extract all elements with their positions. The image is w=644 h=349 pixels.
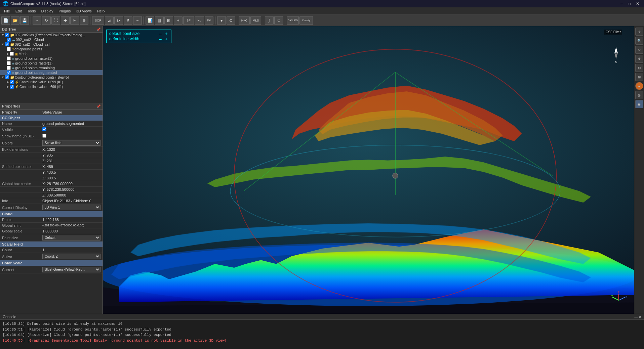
menu-3dviews[interactable]: 3D Views (74, 8, 94, 14)
tree-item-raster2[interactable]: ◈ ground points.raster(1) (0, 61, 103, 66)
tree-check-offground[interactable] (7, 47, 11, 51)
toolbar-sphere[interactable]: ● (217, 16, 226, 25)
tree-check-segmented[interactable] (7, 71, 11, 75)
toolbar-wave[interactable]: ~ (133, 16, 142, 25)
window-controls[interactable]: – □ ✕ (618, 1, 641, 6)
toolbar-compass[interactable]: ⊙ (227, 16, 235, 25)
right-btn-ortho[interactable]: ⊞ (635, 73, 643, 81)
properties-pin[interactable]: 📌 (96, 104, 100, 108)
toolbar-sigma[interactable]: ∫ (265, 16, 274, 25)
tree-item-contour1[interactable]: ▶ ⚡ Contour line value = 699 (#1) (0, 80, 103, 84)
tree-item-cloud[interactable]: ☁ 092_cut2 - Cloud (0, 37, 103, 42)
expand-icon-contour[interactable]: ▼ (1, 76, 4, 79)
toolbar-canupo[interactable]: CANUPO (287, 16, 299, 25)
tree-item-offground[interactable]: □ off-ground points (0, 47, 103, 51)
toolbar-cross[interactable]: ✗ (124, 16, 132, 25)
toolbar-sf[interactable]: SF (183, 16, 194, 25)
toolbar-chart[interactable]: 📊 (146, 16, 154, 25)
expand-icon-las[interactable]: ▼ (1, 33, 4, 37)
console-controls: — ✕ (634, 315, 641, 319)
toolbar-arrow[interactable]: ⊿ (105, 16, 114, 25)
toolbar-grid[interactable]: ⊞ (164, 16, 173, 25)
menu-edit[interactable]: Edit (13, 8, 25, 14)
tree-check-contour1[interactable] (10, 80, 14, 84)
prop-colors-dropdown[interactable]: Scalar field (42, 140, 100, 146)
expand-icon-mesh[interactable]: ▶ (7, 52, 9, 55)
tree-item-remaining[interactable]: ◈ ground points.remaining (0, 66, 103, 70)
menu-tools[interactable]: Tools (25, 8, 39, 14)
toolbar-bar[interactable]: ▦ (155, 16, 164, 25)
overlay-pointsize-plus[interactable]: + (164, 31, 168, 36)
toolbar-classify[interactable]: Classify (299, 16, 313, 25)
right-btn-rotate[interactable]: ↻ (635, 46, 643, 54)
toolbar-rotate[interactable]: ↻ (42, 16, 51, 25)
toolbar-mls[interactable]: MLS (250, 16, 261, 25)
toolbar-scissors[interactable]: ✂ (70, 16, 79, 25)
toolbar-new[interactable]: 📄 (1, 16, 10, 25)
right-btn-pan[interactable]: ✥ (635, 55, 643, 63)
prop-showname-check[interactable] (42, 134, 46, 138)
tree-check-cloud[interactable] (7, 38, 11, 42)
tree-item-contour2[interactable]: ▶ ⚡ Contour line value = 699 (#1) (0, 84, 103, 89)
menu-file[interactable]: File (1, 8, 13, 14)
toolbar-open[interactable]: 📂 (11, 16, 19, 25)
prop-display-dropdown[interactable]: 3D View 1 (42, 205, 100, 210)
right-btn-cursor[interactable]: ⊹ (635, 28, 643, 36)
prop-ptsize-cell: Default (40, 234, 103, 242)
toolbar-fm[interactable]: FM (205, 16, 213, 25)
db-tree-pin[interactable]: 📌 (96, 28, 100, 31)
menu-display[interactable]: Display (38, 8, 56, 14)
tree-check-mesh[interactable] (10, 52, 14, 56)
console-body[interactable]: [10:35:32] Defaut point size is already … (0, 320, 644, 349)
toolbar-merge[interactable]: ⊕ (80, 16, 88, 25)
tree-item-csf[interactable]: ▼ 📁 092_cut2 - Cloud_csf (0, 42, 103, 47)
toolbar-sor[interactable]: SOR (92, 16, 104, 25)
maximize-btn[interactable]: □ (626, 1, 633, 6)
toolbar-plus[interactable]: + (174, 16, 183, 25)
toolbar-save[interactable]: 💾 (20, 16, 29, 25)
overlay-pointsize-minus[interactable]: – (158, 31, 162, 36)
tree-item-mesh[interactable]: ▶ ▣ Mesh (0, 51, 103, 56)
tree-check-csf[interactable] (5, 42, 9, 46)
right-btn-pick[interactable]: ◎ (635, 91, 643, 99)
tree-item-las[interactable]: ▼ 📁 092_cut2.las (F:/YandexDisk/Projects… (0, 33, 103, 37)
toolbar-translate[interactable]: ↔ (33, 16, 41, 25)
expand-icon-csf[interactable]: ▼ (1, 43, 4, 46)
tree-check-contour2[interactable] (10, 85, 14, 89)
tree-check-contour[interactable] (5, 75, 9, 79)
folder-icon-csf: 📁 (10, 43, 14, 46)
toolbar-sig2[interactable]: ↯ (274, 16, 283, 25)
close-btn[interactable]: ✕ (634, 1, 641, 6)
right-btn-zoom[interactable]: 🔍 (635, 37, 643, 45)
menu-plugins[interactable]: Plugins (56, 8, 73, 14)
overlay-linewidth-plus[interactable]: + (164, 36, 168, 42)
tree-item-segmented[interactable]: ◈ ground points.segmented (0, 70, 103, 75)
toolbar-nc[interactable]: N+C (239, 16, 250, 25)
tree-area[interactable]: ▼ 📁 092_cut2.las (F:/YandexDisk/Projects… (0, 33, 103, 103)
minimize-btn[interactable]: – (618, 1, 625, 6)
prop-colorscale-dropdown[interactable]: Blue>Green>Yellow>Red... (42, 267, 100, 272)
menu-help[interactable]: Help (94, 8, 108, 14)
overlay-linewidth-minus[interactable]: – (158, 36, 162, 42)
toolbar-sep6 (263, 16, 263, 25)
tree-check-raster2[interactable] (7, 61, 11, 65)
toolbar-arrow2[interactable]: ⊳ (114, 16, 123, 25)
toolbar-scale[interactable]: ⛶ (51, 16, 60, 25)
right-btn-active[interactable]: ◉ (635, 100, 643, 108)
right-btn-fit[interactable]: ⊡ (635, 64, 643, 72)
tree-item-contour[interactable]: ▼ 📁 Contour plot(ground points) [step=5] (0, 75, 103, 80)
right-btn-color[interactable]: ● (635, 82, 643, 90)
tree-check-remaining[interactable] (7, 66, 11, 70)
tree-check-las[interactable] (5, 33, 9, 37)
expand-icon-contour2[interactable]: ▶ (7, 85, 9, 88)
toolbar-kd[interactable]: Kd (195, 16, 204, 25)
prop-active-dropdown[interactable]: Coord. Z (42, 254, 100, 259)
prop-ptsize-dropdown[interactable]: Default (42, 235, 100, 241)
tree-label-remaining: ground points.remaining (15, 66, 55, 70)
toolbar-pick[interactable]: ✚ (61, 16, 70, 25)
tree-check-raster1[interactable] (7, 56, 11, 60)
tree-item-raster1[interactable]: ◈ ground points.raster(1) (0, 56, 103, 61)
prop-visible-check[interactable] (42, 127, 46, 131)
expand-icon-contour1[interactable]: ▶ (7, 80, 9, 84)
3d-view[interactable]: default point size – + default line widt… (103, 26, 634, 314)
